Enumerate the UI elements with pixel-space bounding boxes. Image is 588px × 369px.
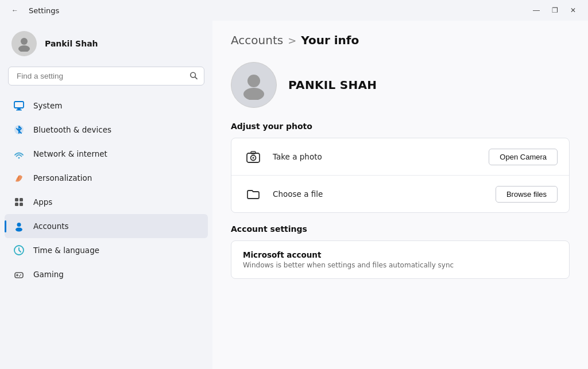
take-photo-label: Take a photo (273, 152, 479, 161)
profile-avatar (231, 62, 277, 108)
svg-point-8 (18, 157, 20, 159)
svg-point-22 (243, 88, 264, 100)
profile-name: PANKIL SHAH (288, 78, 377, 92)
microsoft-account-row[interactable]: Microsoft account Windows is better when… (231, 241, 569, 278)
app-title: Settings (29, 6, 59, 15)
window-controls: — ❐ ✕ (528, 5, 581, 16)
titlebar: ← Settings — ❐ ✕ (0, 0, 588, 21)
svg-rect-11 (15, 203, 18, 206)
account-settings-title: Account settings (212, 224, 588, 240)
breadcrumb-current: Your info (301, 33, 359, 47)
sidebar-item-time-label: Time & language (33, 246, 99, 255)
account-card: Microsoft account Windows is better when… (231, 240, 570, 279)
camera-icon (243, 146, 264, 167)
svg-rect-6 (16, 110, 22, 111)
sidebar-item-system-label: System (33, 101, 62, 110)
browse-files-button[interactable]: Browse files (496, 186, 558, 203)
sidebar-item-gaming-label: Gaming (33, 270, 64, 279)
user-avatar-icon (16, 36, 32, 52)
time-icon (13, 244, 25, 257)
folder-icon (243, 184, 264, 204)
take-photo-row: Take a photo Open Camera (231, 138, 569, 176)
photo-card-group: Take a photo Open Camera Choose a file B… (231, 138, 570, 213)
sidebar-item-apps[interactable]: Apps (5, 190, 208, 214)
user-name: Pankil Shah (45, 39, 98, 48)
sidebar-item-personalization[interactable]: Personalization (5, 166, 208, 190)
breadcrumb-separator: > (288, 34, 296, 46)
app-body: Pankil Shah System (0, 21, 588, 369)
sidebar-item-personalization-label: Personalization (33, 173, 92, 182)
sidebar-item-bluetooth-label: Bluetooth & devices (33, 125, 111, 134)
sidebar: Pankil Shah System (0, 21, 212, 369)
svg-rect-9 (15, 198, 18, 201)
nav-list: System Bluetooth & devices Network & int… (0, 91, 212, 289)
open-camera-button[interactable]: Open Camera (489, 149, 558, 165)
sidebar-item-network-label: Network & internet (33, 149, 107, 158)
breadcrumb-parent[interactable]: Accounts (231, 33, 283, 47)
sidebar-item-accounts-label: Accounts (33, 222, 69, 231)
svg-rect-4 (14, 102, 24, 108)
personalization-icon (13, 172, 25, 184)
minimize-button[interactable]: — (528, 5, 544, 16)
titlebar-left: ← Settings (7, 5, 59, 16)
microsoft-account-title: Microsoft account (243, 250, 558, 259)
svg-rect-25 (251, 152, 256, 154)
breadcrumb: Accounts > Your info (212, 21, 588, 56)
sidebar-item-bluetooth[interactable]: Bluetooth & devices (5, 118, 208, 142)
choose-file-row: Choose a file Browse files (231, 176, 569, 212)
choose-file-label: Choose a file (273, 189, 486, 199)
search-input[interactable] (8, 67, 204, 86)
bluetooth-icon (13, 123, 25, 136)
back-button[interactable]: ← (7, 5, 23, 16)
svg-point-26 (253, 157, 254, 159)
profile-section: PANKIL SHAH (212, 56, 588, 122)
sidebar-item-time[interactable]: Time & language (5, 238, 208, 262)
svg-point-14 (16, 228, 22, 232)
svg-line-3 (195, 77, 198, 79)
search-button[interactable] (188, 70, 199, 82)
adjust-photo-title: Adjust your photo (212, 122, 588, 138)
svg-point-13 (17, 223, 21, 227)
sidebar-item-system[interactable]: System (5, 94, 208, 118)
sidebar-item-accounts[interactable]: Accounts (5, 214, 208, 238)
main-content: Accounts > Your info PANKIL SHAH Adjust … (212, 21, 588, 369)
user-panel[interactable]: Pankil Shah (0, 21, 212, 67)
search-box (8, 67, 204, 86)
restore-button[interactable]: ❐ (547, 5, 563, 16)
sidebar-item-gaming[interactable]: Gaming (5, 262, 208, 286)
svg-point-1 (18, 45, 30, 52)
close-button[interactable]: ✕ (565, 5, 581, 16)
accounts-icon (13, 220, 25, 232)
microsoft-account-subtitle: Windows is better when settings and file… (243, 261, 558, 269)
svg-point-21 (247, 75, 260, 87)
search-icon (189, 71, 198, 79)
network-icon (13, 147, 25, 160)
svg-point-19 (20, 274, 21, 275)
sidebar-item-network[interactable]: Network & internet (5, 142, 208, 166)
svg-rect-10 (20, 198, 23, 201)
avatar (11, 31, 37, 56)
gaming-icon (13, 268, 25, 281)
svg-rect-12 (20, 203, 23, 206)
system-icon (13, 99, 25, 112)
svg-rect-5 (17, 108, 21, 110)
svg-point-0 (21, 38, 28, 45)
sidebar-item-apps-label: Apps (33, 197, 52, 207)
svg-point-20 (19, 275, 20, 277)
profile-avatar-icon (239, 70, 269, 100)
apps-icon (13, 196, 25, 208)
